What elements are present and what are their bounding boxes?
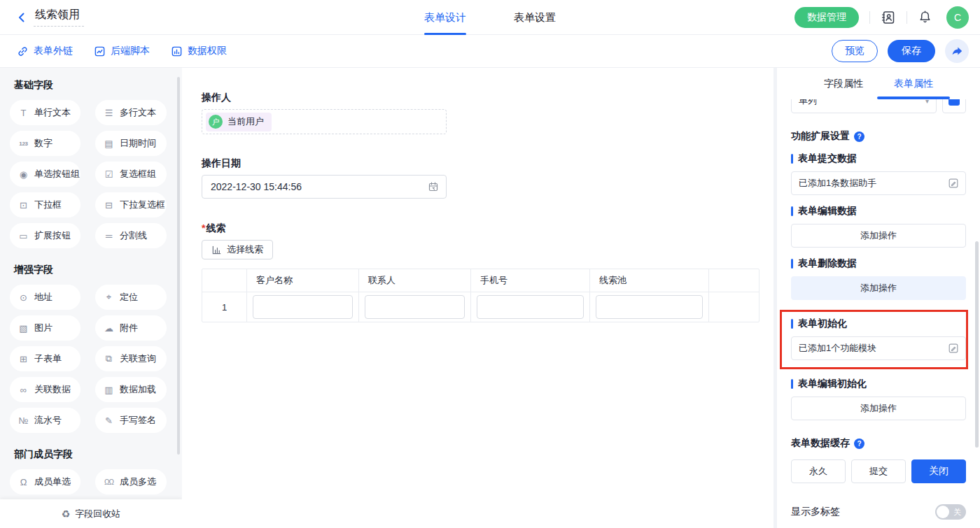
recycle-icon: ♻: [62, 508, 71, 520]
topbar-tabs: 表单设计 表单设置: [424, 0, 556, 35]
label-accent-bar: [791, 259, 793, 269]
user-avatar[interactable]: C: [946, 6, 969, 29]
edit-init-add-button[interactable]: 添加操作: [791, 397, 966, 420]
select-clue-button-label: 选择线索: [227, 243, 263, 256]
required-mark: *: [202, 222, 205, 234]
clue-field-label: * 线索: [202, 222, 774, 235]
save-button[interactable]: 保存: [888, 40, 935, 62]
subtable-cell-input[interactable]: [365, 295, 465, 319]
select-clue-button[interactable]: 选择线索: [202, 240, 273, 259]
label-accent-bar: [791, 379, 793, 389]
field-pill-radio-group[interactable]: ◉单选按钮组: [10, 162, 80, 187]
subtable-header-cell: 手机号: [471, 269, 590, 292]
field-pill-label: 日期时间: [120, 137, 156, 150]
clipped-action-button[interactable]: [942, 99, 966, 113]
field-pill-member-single[interactable]: Ω成员单选: [10, 469, 80, 494]
address-book-icon[interactable]: [881, 10, 896, 25]
field-pill-label: 下拉复选框: [120, 199, 165, 211]
page-title: 线索领用: [34, 8, 84, 27]
help-icon[interactable]: ?: [854, 131, 864, 142]
subtable-body-cell: 1: [202, 292, 247, 322]
field-pill-label: 复选框组: [120, 168, 156, 180]
field-pill-subform[interactable]: ⊞子表单: [10, 346, 80, 371]
tab-field-properties[interactable]: 字段属性: [824, 68, 863, 99]
group-submit-data-label-text: 表单提交数据: [798, 152, 857, 165]
field-pill-checkbox-group[interactable]: ☑复选框组: [95, 162, 167, 187]
data-manage-button[interactable]: 数据管理: [794, 7, 859, 28]
field-pill-number[interactable]: 123数字: [10, 131, 80, 156]
dropdown-icon: ⊡: [18, 200, 29, 211]
date-field-value: 2022-12-30 15:44:56: [211, 181, 428, 192]
field-pill-extend-button[interactable]: ▭扩展按钮: [10, 223, 80, 248]
submit-data-value: 已添加1条数据助手: [799, 177, 948, 190]
sidebar-section-title: 增强字段: [14, 264, 182, 276]
field-pill-attachment[interactable]: ☁附件: [95, 315, 167, 341]
back-icon[interactable]: [15, 11, 28, 24]
field-pill-dropdown-multi[interactable]: ⊟下拉复选框: [95, 192, 167, 217]
field-pill-multi-line-text[interactable]: ☰多行文本: [95, 100, 167, 125]
edit-data-add-button[interactable]: 添加操作: [791, 224, 966, 248]
data-load-icon: ▥: [103, 385, 115, 395]
cache-option-close[interactable]: 关闭: [911, 459, 966, 483]
operator-field-value-box[interactable]: 户 当前用户: [202, 109, 447, 134]
data-permission-link[interactable]: 数据权限: [171, 45, 227, 57]
field-pill-label: 附件: [120, 322, 138, 334]
tab-form-properties[interactable]: 表单属性: [894, 68, 933, 99]
single-line-text-icon: T: [18, 108, 29, 118]
multi-tab-toggle[interactable]: 关: [935, 504, 966, 520]
subtable-cell-input[interactable]: [253, 295, 353, 319]
cache-setting-title-text: 表单数据缓存: [791, 437, 850, 450]
properties-panel: 字段属性 表单属性 单列 ▾ 功能扩展设置 ? 表单提: [777, 68, 980, 528]
sidebar-scrollbar[interactable]: [177, 77, 180, 455]
panel-tabs: 字段属性 表单属性: [777, 68, 980, 99]
subtable-cell-input[interactable]: [596, 295, 703, 319]
field-pill-signature[interactable]: ✎手写签名: [95, 408, 167, 433]
delete-data-add-button[interactable]: 添加操作: [791, 276, 966, 300]
field-pill-member-multi[interactable]: ΩΩ成员多选: [95, 469, 167, 494]
field-pill-image[interactable]: ▧图片: [10, 315, 80, 341]
tab-field-properties-label: 字段属性: [824, 78, 863, 90]
cache-option-forever[interactable]: 永久: [791, 459, 846, 483]
calendar-icon: [428, 181, 439, 192]
form-external-link[interactable]: 表单外链: [17, 45, 73, 57]
tab-form-settings[interactable]: 表单设置: [514, 0, 556, 35]
field-pill-dropdown[interactable]: ⊡下拉框: [10, 192, 80, 217]
field-pill-data-load[interactable]: ▥数据加载: [95, 377, 167, 402]
label-accent-bar: [791, 206, 793, 216]
dropdown-multi-icon: ⊟: [103, 200, 115, 211]
backend-script-link[interactable]: 后端脚本: [94, 45, 150, 57]
field-pill-divider-line[interactable]: ═分割线: [95, 223, 167, 248]
panel-scrollbar[interactable]: [975, 241, 979, 448]
field-pill-linked-query[interactable]: ⧉关联查询: [95, 346, 167, 371]
field-pill-single-line-text[interactable]: T单行文本: [10, 100, 80, 125]
field-pill-address[interactable]: ⊙地址: [10, 285, 80, 310]
field-pill-linked-data[interactable]: ∞关联数据: [10, 377, 80, 402]
submit-data-input[interactable]: 已添加1条数据助手: [791, 171, 966, 195]
edit-icon[interactable]: [948, 343, 959, 354]
field-pill-locate[interactable]: ⌖定位: [95, 285, 167, 310]
field-palette-sidebar: 基础字段T单行文本☰多行文本123数字▤日期时间◉单选按钮组☑复选框组⊡下拉框⊟…: [0, 68, 182, 528]
form-init-input[interactable]: 已添加1个功能模块: [791, 336, 966, 360]
tab-form-design[interactable]: 表单设计: [424, 0, 466, 35]
notification-bell-icon[interactable]: [918, 10, 932, 24]
field-pill-serial-number[interactable]: №流水号: [10, 408, 80, 433]
preview-button[interactable]: 预览: [832, 40, 878, 62]
field-recycle-bin[interactable]: ♻ 字段回收站: [0, 499, 182, 528]
share-arrow-icon: [951, 45, 963, 57]
field-pill-datetime[interactable]: ▤日期时间: [95, 131, 167, 156]
linked-query-icon: ⧉: [103, 353, 115, 364]
toggle-knob: [937, 506, 949, 518]
extension-settings-title-text: 功能扩展设置: [791, 130, 850, 143]
subtable-cell-input[interactable]: [477, 295, 584, 319]
date-field-input[interactable]: 2022-12-30 15:44:56: [202, 175, 447, 199]
clipped-select[interactable]: 单列 ▾: [791, 99, 937, 113]
subtable-header-cell: 线索池: [590, 269, 709, 292]
checkbox-group-icon: ☑: [103, 169, 115, 180]
share-button[interactable]: [945, 39, 969, 63]
field-pill-label: 定位: [120, 291, 138, 304]
cache-option-submit[interactable]: 提交: [851, 459, 906, 483]
tab-form-design-label: 表单设计: [424, 11, 466, 24]
help-icon[interactable]: ?: [854, 438, 864, 449]
field-pill-label: 成员单选: [34, 476, 71, 488]
edit-icon[interactable]: [948, 178, 959, 189]
